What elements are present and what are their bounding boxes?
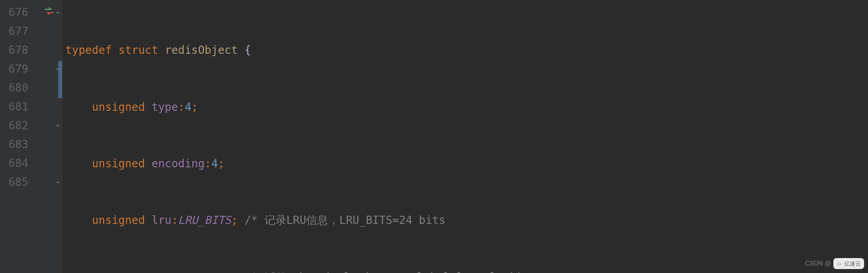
fold-open-icon[interactable]: [54, 9, 61, 16]
icon-gutter: [35, 0, 63, 273]
watermark-text: CSDN @: [805, 258, 831, 269]
code-line: * LRU time (relative to global lru_clock…: [65, 268, 868, 273]
fold-open-icon[interactable]: [54, 66, 61, 73]
cloud-icon: [837, 261, 843, 266]
line-number: 676: [0, 3, 28, 22]
line-number-gutter: 676 677 678 679 680 681 682 683 684 685: [0, 0, 35, 273]
fold-close-icon[interactable]: [54, 122, 61, 129]
fold-close-icon[interactable]: [54, 179, 61, 186]
code-line: unsigned lru:LRU_BITS; /* 记录LRU信息，LRU_BI…: [65, 211, 868, 230]
code-content[interactable]: typedef struct redisObject { unsigned ty…: [63, 0, 868, 273]
line-number: 679: [0, 60, 28, 79]
line-number: 681: [0, 97, 28, 116]
line-number: 685: [0, 173, 28, 192]
code-editor[interactable]: 676 677 678 679 680 681 682 683 684 685: [0, 0, 868, 273]
line-number: 684: [0, 154, 28, 173]
line-number: 680: [0, 79, 28, 97]
code-line: unsigned type:4;: [65, 98, 868, 117]
line-number: 678: [0, 41, 28, 60]
watermark-badge: 亿速云: [833, 258, 864, 269]
swap-icon[interactable]: [44, 3, 54, 22]
code-line: unsigned encoding:4;: [65, 154, 868, 173]
line-number: 683: [0, 135, 28, 154]
line-number: 677: [0, 22, 28, 41]
watermark: CSDN @ 亿速云: [805, 258, 864, 269]
code-line: typedef struct redisObject {: [65, 41, 868, 60]
line-number: 682: [0, 116, 28, 135]
